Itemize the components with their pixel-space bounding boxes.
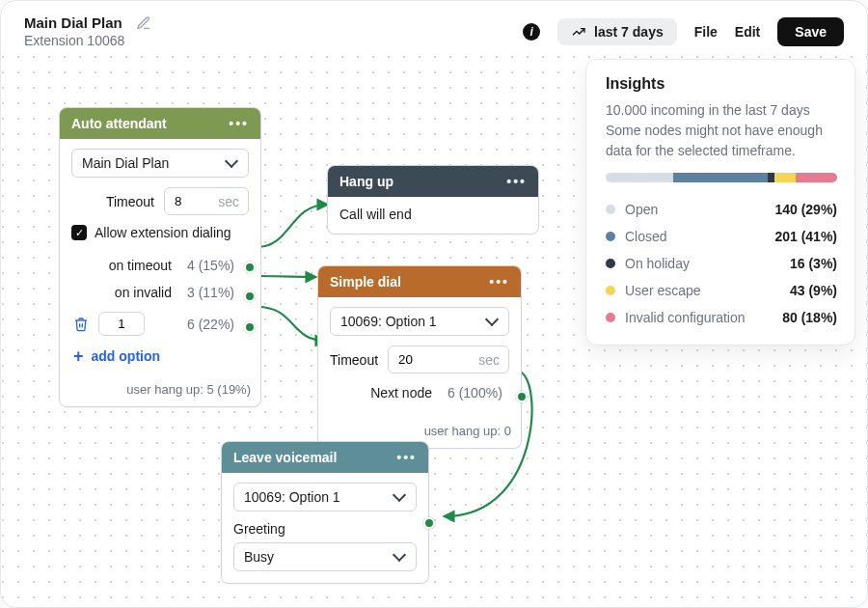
- insights-description: 10.000 incoming in the last 7 days Some …: [606, 100, 837, 161]
- timeframe-label: last 7 days: [594, 24, 664, 40]
- plus-icon: +: [73, 347, 84, 365]
- node-header: Leave voicemail •••: [222, 442, 428, 473]
- legend-row: On holiday16 (3%): [606, 250, 837, 277]
- node-header: Auto attendant •••: [60, 108, 260, 139]
- legend-row: Closed201 (41%): [606, 223, 837, 250]
- insights-bar: [606, 173, 837, 182]
- insights-bar-segment: [606, 173, 673, 182]
- insights-bar-segment: [796, 173, 837, 182]
- legend-value: 16 (3%): [790, 256, 837, 271]
- option-key-input[interactable]: [98, 312, 145, 336]
- header-right: i last 7 days File Edit Save: [523, 17, 844, 46]
- port-on-invalid[interactable]: [244, 290, 256, 302]
- trend-icon: [571, 24, 586, 40]
- port-option-1[interactable]: [244, 321, 256, 333]
- port-on-timeout[interactable]: [244, 262, 256, 273]
- node-auto-attendant[interactable]: Auto attendant ••• Main Dial Plan Timeou…: [59, 107, 261, 407]
- legend-swatch: [606, 205, 615, 214]
- node-menu-icon[interactable]: •••: [506, 174, 527, 189]
- legend-row: User escape43 (9%): [606, 277, 837, 304]
- node-simple-dial[interactable]: Simple dial ••• 10069: Option 1 Timeout …: [317, 265, 522, 449]
- port-voicemail-in[interactable]: [423, 517, 435, 529]
- info-icon[interactable]: i: [523, 23, 540, 41]
- insights-bar-segment: [774, 173, 796, 182]
- legend-swatch: [606, 259, 615, 268]
- legend-row: Invalid configuration80 (18%): [606, 304, 837, 331]
- flow-canvas[interactable]: Auto attendant ••• Main Dial Plan Timeou…: [1, 55, 867, 607]
- legend-label: Invalid configuration: [625, 310, 782, 325]
- allow-extension-label: Allow extension dialing: [95, 225, 231, 240]
- edit-menu[interactable]: Edit: [735, 24, 760, 40]
- timeout-unit: sec: [218, 194, 239, 209]
- next-node-stat: 6 (100%): [448, 385, 505, 401]
- legend-value: 80 (18%): [782, 310, 837, 325]
- insights-bar-segment: [768, 173, 774, 182]
- dial-target-select[interactable]: 10069: Option 1: [330, 307, 509, 336]
- port-next-node[interactable]: [516, 391, 528, 402]
- add-option-label: add option: [92, 348, 161, 364]
- node-header: Simple dial •••: [318, 266, 521, 297]
- add-option-button[interactable]: + add option: [71, 347, 249, 365]
- legend-value: 43 (9%): [790, 283, 837, 298]
- legend-label: User escape: [625, 283, 790, 298]
- legend-value: 201 (41%): [774, 229, 837, 244]
- hang-up-body: Call will end: [339, 207, 412, 222]
- node-menu-icon[interactable]: •••: [489, 274, 509, 290]
- on-timeout-label: on timeout: [71, 258, 187, 273]
- header-bar: Main Dial Plan Extension 10068 i last 7 …: [1, 1, 867, 56]
- greeting-select[interactable]: Busy: [233, 542, 417, 571]
- insights-legend: Open140 (29%)Closed201 (41%)On holiday16…: [606, 196, 837, 331]
- node-menu-icon[interactable]: •••: [396, 450, 417, 465]
- chevron-down-icon: [485, 313, 499, 326]
- node-menu-icon[interactable]: •••: [229, 116, 249, 131]
- node-title: Hang up: [339, 174, 393, 189]
- legend-swatch: [606, 313, 615, 322]
- on-timeout-stat: 4 (15%): [187, 258, 245, 273]
- greeting-value: Busy: [244, 549, 274, 565]
- timeout-label: Timeout: [106, 194, 154, 209]
- chevron-down-icon: [393, 548, 406, 562]
- page-title: Main Dial Plan: [24, 14, 122, 31]
- legend-label: Open: [625, 202, 774, 217]
- dial-target-value: 10069: Option 1: [340, 314, 437, 329]
- option1-stat: 6 (22%): [187, 317, 245, 332]
- node-title: Auto attendant: [71, 116, 167, 131]
- auto-footnote: user hang up: 5 (19%): [60, 376, 260, 406]
- app-window: Main Dial Plan Extension 10068 i last 7 …: [0, 0, 868, 608]
- chevron-down-icon: [225, 154, 238, 168]
- save-button[interactable]: Save: [777, 17, 844, 46]
- voicemail-target-value: 10069: Option 1: [244, 489, 340, 505]
- file-menu[interactable]: File: [694, 24, 718, 40]
- pencil-icon[interactable]: [136, 15, 151, 31]
- insights-bar-segment: [673, 173, 768, 182]
- legend-row: Open140 (29%): [606, 196, 837, 223]
- plan-select-value: Main Dial Plan: [82, 155, 169, 171]
- legend-value: 140 (29%): [774, 202, 837, 217]
- legend-label: On holiday: [625, 256, 790, 271]
- timeframe-selector[interactable]: last 7 days: [557, 18, 677, 45]
- node-title: Leave voicemail: [233, 450, 337, 465]
- next-node-label: Next node: [330, 385, 448, 401]
- dial-timeout-unit: sec: [478, 352, 500, 368]
- on-invalid-label: on invalid: [71, 285, 187, 300]
- trash-icon[interactable]: [73, 316, 89, 333]
- plan-select[interactable]: Main Dial Plan: [71, 149, 249, 178]
- allow-extension-checkbox[interactable]: ✓: [71, 225, 87, 240]
- voicemail-target-select[interactable]: 10069: Option 1: [233, 483, 417, 511]
- header-left: Main Dial Plan Extension 10068: [24, 14, 151, 48]
- legend-swatch: [606, 232, 615, 241]
- node-hang-up[interactable]: Hang up ••• Call will end: [327, 165, 539, 235]
- insights-panel: Insights 10.000 incoming in the last 7 d…: [585, 59, 855, 345]
- on-invalid-stat: 3 (11%): [187, 285, 245, 300]
- node-header: Hang up •••: [328, 166, 538, 197]
- node-leave-voicemail[interactable]: Leave voicemail ••• 10069: Option 1 Gree…: [221, 441, 429, 584]
- greeting-label: Greeting: [233, 521, 417, 537]
- page-subtitle: Extension 10068: [24, 33, 151, 48]
- chevron-down-icon: [393, 488, 406, 502]
- dial-timeout-label: Timeout: [330, 352, 378, 368]
- insights-title: Insights: [606, 75, 837, 93]
- legend-label: Closed: [625, 229, 774, 244]
- legend-swatch: [606, 286, 615, 295]
- node-title: Simple dial: [330, 274, 401, 290]
